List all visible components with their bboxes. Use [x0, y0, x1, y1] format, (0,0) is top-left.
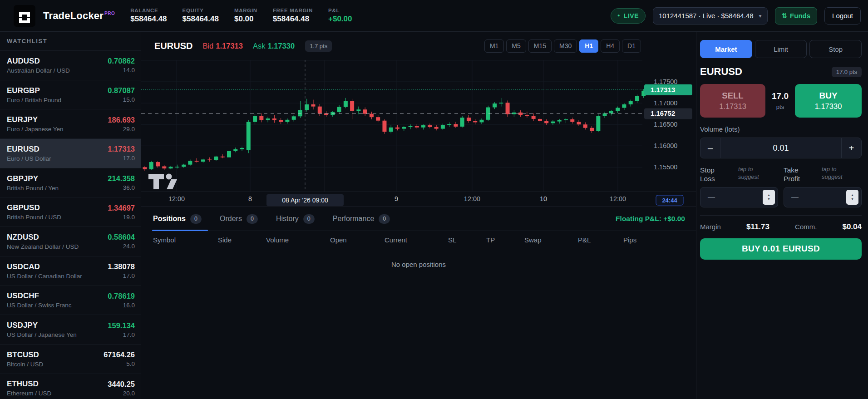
commission-label: Comm. — [795, 223, 817, 231]
tradelocker-logo-icon — [14, 5, 35, 27]
account-stat: MARGIN$0.00 — [234, 8, 257, 24]
svg-text:12:00: 12:00 — [610, 195, 626, 202]
order-tab-market[interactable]: Market — [700, 40, 752, 58]
volume-value[interactable]: 0.01 — [720, 138, 841, 158]
take-profit-input[interactable]: — ▴ ▾ — [784, 187, 862, 207]
timeframe-button-m1[interactable]: M1 — [484, 39, 504, 53]
watchlist-row-usdcad[interactable]: USDCADUS Dollar / Canadian Dollar1.38078… — [0, 256, 141, 286]
timeframe-button-h4[interactable]: H4 — [601, 39, 620, 53]
watchlist-row-eurgbp[interactable]: EURGBPEuro / British Pound0.8708715.0 — [0, 80, 141, 109]
submit-order-button[interactable]: BUY 0.01 EURUSD — [700, 238, 862, 260]
spread-badge: 1.7 pts — [305, 40, 332, 52]
account-stat: P&L+$0.00 — [328, 8, 352, 24]
column-header-pips: Pips — [623, 236, 660, 244]
positions-empty-message: No open positions — [147, 261, 690, 268]
spinner-up-icon: ▴ — [851, 193, 853, 197]
watchlist-row-eurjpy[interactable]: EURJPYEuro / Japanese Yen186.69329.0 — [0, 109, 141, 138]
chart-panel: EURUSD Bid1.17313 Ask1.17330 1.7 pts M1M… — [141, 32, 696, 399]
fees-row: Margin $11.73 Comm. $0.04 — [700, 222, 862, 232]
stop-loss-hint[interactable]: tap to suggest — [738, 166, 766, 181]
svg-text:1.17500: 1.17500 — [654, 78, 677, 85]
logout-button[interactable]: Logout — [824, 7, 861, 25]
volume-increase-button[interactable]: + — [841, 138, 861, 158]
take-profit-hint[interactable]: tap to suggest — [822, 166, 850, 181]
spinner-down-icon: ▾ — [768, 197, 769, 202]
watchlist-row-eurusd[interactable]: EURUSDEuro / US Dollar1.1731317.0 — [0, 138, 141, 168]
watchlist-rows: AUDUSDAustralian Dollar / USD0.7086214.0… — [0, 50, 141, 399]
svg-text:1.16000: 1.16000 — [654, 142, 677, 149]
stop-loss-label: Stop Loss — [700, 166, 725, 183]
take-profit-label: Take Profit — [784, 166, 809, 183]
svg-text:1.15500: 1.15500 — [654, 163, 677, 171]
candlestick-chart[interactable]: 1.175001.170001.165001.160001.155001.173… — [141, 60, 696, 207]
ask-quote: Ask1.17330 — [253, 42, 295, 50]
timeframe-button-h1[interactable]: H1 — [579, 39, 598, 53]
column-header-sl: SL — [448, 236, 486, 244]
topbar-actions: ● LIVE 1012441587 · Live · $58464.48 ▾ ⇅… — [611, 7, 861, 25]
spinner-down-icon: ▾ — [851, 197, 853, 202]
account-selector[interactable]: 1012441587 · Live · $58464.48 ▾ — [653, 7, 768, 25]
timeframe-button-d1[interactable]: D1 — [622, 39, 641, 53]
watchlist-row-audusd[interactable]: AUDUSDAustralian Dollar / USD0.7086214.0 — [0, 50, 141, 80]
svg-text:1.16752: 1.16752 — [651, 109, 675, 117]
positions-table-header: SymbolSideVolumeOpenCurrentSLTPSwapP&LPi… — [153, 231, 696, 248]
order-tab-stop[interactable]: Stop — [809, 40, 862, 58]
commission-value: $0.04 — [842, 222, 862, 232]
svg-text:1.16500: 1.16500 — [654, 121, 677, 128]
stop-loss-input[interactable]: — ▴ ▾ — [700, 187, 778, 207]
brand: TradeLockerPRO — [14, 5, 115, 27]
live-dot-icon: ● — [617, 14, 620, 18]
svg-text:24:44: 24:44 — [662, 197, 677, 204]
order-tab-limit[interactable]: Limit — [755, 40, 807, 58]
funds-button[interactable]: ⇅ Funds — [775, 7, 818, 25]
divider — [700, 215, 862, 216]
volume-decrease-button[interactable]: – — [700, 138, 720, 158]
sell-button[interactable]: SELL 1.17313 — [700, 84, 765, 118]
watchlist-row-ethusd[interactable]: ETHUSDEthereum / USD3440.2520.0 — [0, 374, 141, 399]
watchlist-row-usdjpy[interactable]: USDJPYUS Dollar / Japanese Yen159.13417.… — [0, 315, 141, 344]
order-spread-badge: 17.0 pts — [832, 67, 862, 77]
floating-pnl: Floating P&L: +$0.00 — [616, 215, 685, 223]
volume-label: Volume (lots) — [700, 125, 862, 133]
watchlist-row-gbpusd[interactable]: GBPUSDBritish Pound / USD1.3469719.0 — [0, 197, 141, 227]
spinner-up-icon: ▴ — [768, 193, 769, 197]
chevron-down-icon: ▾ — [759, 13, 762, 19]
take-profit-spinner[interactable]: ▴ ▾ — [846, 190, 858, 205]
watchlist-row-nzdusd[interactable]: NZDUSDNew Zealand Dollar / USD0.5860424.… — [0, 227, 141, 256]
account-stat: EQUITY$58464.48 — [182, 8, 219, 24]
chart-symbol: EURUSD — [154, 41, 192, 51]
svg-text:8: 8 — [248, 195, 252, 202]
order-type-tabs: MarketLimitStop — [700, 40, 862, 58]
timeframe-selector: M1M5M15M30H1H4D1 — [484, 39, 641, 53]
watchlist-row-gbpjpy[interactable]: GBPJPYBritish Pound / Yen214.35836.0 — [0, 168, 141, 197]
trading-app: TradeLockerPRO BALANCE$58464.48EQUITY$58… — [0, 0, 868, 399]
watchlist-title: WATCHLIST — [0, 32, 141, 50]
timeframe-button-m15[interactable]: M15 — [528, 39, 552, 53]
quantity-stepper: – 0.01 + — [700, 138, 862, 158]
tab-performance[interactable]: Performance0 — [333, 207, 390, 231]
tradingview-logo-icon — [148, 174, 177, 190]
top-bar: TradeLockerPRO BALANCE$58464.48EQUITY$58… — [0, 0, 868, 32]
column-header-swap: Swap — [524, 236, 578, 244]
positions-tabs: Positions0Orders0History0Performance0Flo… — [153, 207, 696, 231]
column-header-tp: TP — [486, 236, 524, 244]
app-title: TradeLockerPRO — [43, 10, 115, 22]
positions-panel: Positions0Orders0History0Performance0Flo… — [141, 207, 696, 399]
live-status-badge: ● LIVE — [611, 8, 646, 24]
watchlist-row-btcusd[interactable]: BTCUSDBitcoin / USD67164.265.0 — [0, 344, 141, 374]
order-panel: MarketLimitStop EURUSD 17.0 pts SELL 1.1… — [696, 32, 868, 399]
svg-text:08 Apr '26 09:00: 08 Apr '26 09:00 — [282, 197, 328, 204]
account-stat: BALANCE$58464.48 — [130, 8, 167, 24]
watchlist-row-usdchf[interactable]: USDCHFUS Dollar / Swiss Franc0.7861916.0 — [0, 286, 141, 315]
timeframe-button-m5[interactable]: M5 — [506, 39, 526, 53]
tab-positions[interactable]: Positions0 — [153, 207, 202, 231]
trade-buttons: SELL 1.17313 17.0 pts BUY 1.17330 — [700, 84, 862, 118]
stop-loss-spinner[interactable]: ▴ ▾ — [763, 190, 775, 205]
tab-history[interactable]: History0 — [276, 207, 315, 231]
column-header-side: Side — [218, 236, 266, 244]
tab-orders[interactable]: Orders0 — [220, 207, 258, 231]
timeframe-button-m30[interactable]: M30 — [554, 39, 577, 53]
bid-quote: Bid1.17313 — [202, 42, 243, 50]
buy-button[interactable]: BUY 1.17330 — [795, 84, 862, 118]
column-header-volume: Volume — [266, 236, 330, 244]
